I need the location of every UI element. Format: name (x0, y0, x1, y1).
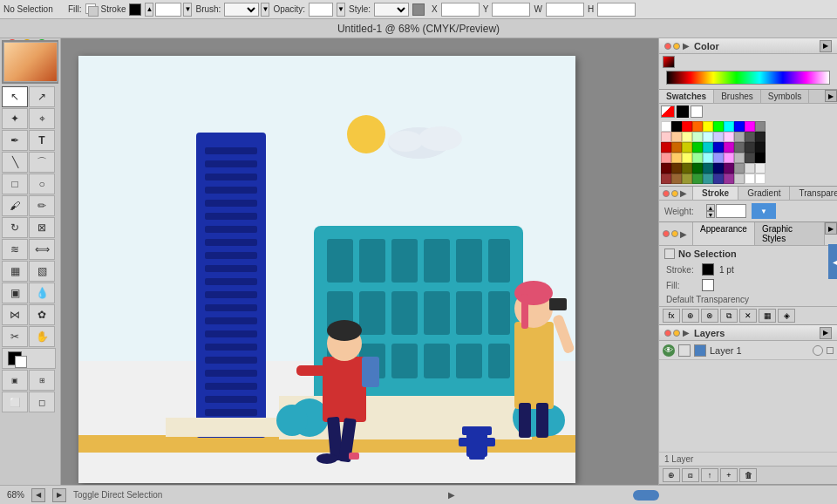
color-swatch[interactable] (713, 174, 724, 184)
color-swatch[interactable] (682, 153, 692, 163)
color-swatch[interactable] (682, 174, 692, 184)
delete-item-button[interactable]: ✕ (739, 309, 757, 323)
stroke-value[interactable]: 1 pt (155, 3, 181, 17)
delete-layer-button[interactable]: 🗑 (739, 468, 757, 482)
layer-1-visibility[interactable]: 👁 (663, 344, 675, 357)
stroke-panel-close[interactable] (663, 190, 670, 197)
layer-1-lock[interactable] (678, 344, 691, 357)
color-swatch[interactable] (734, 174, 745, 184)
appearance-panel-minimize[interactable] (671, 230, 678, 237)
stroke-indicator[interactable] (129, 3, 141, 16)
tab-gradient[interactable]: Gradient (738, 187, 790, 200)
layer-1-indicator[interactable] (827, 347, 834, 354)
color-swatch[interactable] (734, 132, 745, 142)
color-panel-arrow[interactable]: ▶ (683, 41, 690, 51)
color-swatch[interactable] (682, 121, 692, 132)
x-field[interactable]: 0 mm (441, 3, 480, 17)
color-swatch[interactable] (692, 121, 703, 132)
color-swatch[interactable] (703, 174, 713, 184)
none-swatch[interactable] (661, 106, 675, 118)
blend-tool[interactable]: ⋈ (2, 304, 28, 325)
tab-appearance[interactable]: Appearance (693, 222, 755, 245)
color-swatch[interactable] (661, 174, 671, 184)
weight-down-arrow[interactable]: ▼ (706, 211, 715, 218)
canvas-content[interactable] (78, 56, 575, 483)
color-swatch[interactable] (755, 132, 766, 142)
bar-graph-tool[interactable]: ▧ (29, 261, 55, 282)
magic-wand-tool[interactable]: ✦ (2, 108, 28, 129)
symbol-sprayer-tool[interactable]: ✿ (29, 304, 55, 325)
appearance-panel-menu[interactable]: ▶ (825, 222, 837, 235)
ellipse-tool[interactable]: ○ (29, 174, 55, 194)
color-swatch[interactable] (745, 142, 755, 153)
zoom-down-button[interactable]: ◀ (31, 488, 45, 502)
color-swatch[interactable] (703, 163, 713, 174)
layers-panel-menu[interactable]: ▶ (820, 327, 832, 339)
color-swatch[interactable] (682, 163, 692, 174)
color-swatch[interactable] (703, 132, 713, 142)
stroke-panel-arrow[interactable]: ▶ (680, 188, 687, 198)
fill-stroke-colors[interactable] (2, 348, 56, 369)
pen-tool[interactable]: ✒ (2, 130, 28, 151)
eyedropper-tool[interactable]: 💧 (29, 283, 55, 303)
w-field[interactable]: 0 mm (546, 3, 584, 17)
color-swatch[interactable] (671, 174, 682, 184)
color-swatch[interactable] (734, 163, 745, 174)
color-swatch[interactable] (713, 142, 724, 153)
scroll-indicator[interactable] (633, 490, 659, 501)
stroke-cap-dropdown[interactable]: ▼ (752, 203, 776, 219)
zoom-up-button[interactable]: ▶ (52, 488, 66, 502)
color-swatch[interactable] (661, 153, 671, 163)
create-new-layer-button[interactable]: + (720, 468, 738, 482)
add-stroke-button[interactable]: ⊕ (682, 309, 699, 323)
color-swatch[interactable] (661, 163, 671, 174)
color-swatch[interactable] (734, 153, 745, 163)
color-swatch[interactable] (724, 142, 734, 153)
color-swatch[interactable] (671, 121, 682, 132)
width-tool[interactable]: ⟺ (29, 239, 55, 260)
layer-1-target[interactable] (813, 345, 823, 356)
color-swatch[interactable] (682, 142, 692, 153)
layer-1-row[interactable]: 👁 Layer 1 (659, 341, 837, 360)
tab-brushes[interactable]: Brushes (714, 90, 761, 103)
gradient-tool[interactable]: ▣ (2, 283, 28, 303)
color-swatch[interactable] (755, 153, 766, 163)
add-fx-button[interactable]: fx (663, 309, 680, 323)
color-gradient-bar[interactable] (666, 71, 830, 85)
color-swatch[interactable] (671, 142, 682, 153)
weight-up-arrow[interactable]: ▲ (706, 204, 715, 211)
color-swatch[interactable] (692, 132, 703, 142)
color-swatch[interactable] (692, 153, 703, 163)
stroke-panel-minimize[interactable] (671, 190, 678, 197)
toggle-screen-1[interactable]: ⬜ (2, 392, 28, 412)
color-swatch[interactable] (734, 121, 745, 132)
tab-swatches[interactable]: Swatches (659, 90, 714, 103)
tab-symbols[interactable]: Symbols (761, 90, 809, 103)
color-swatch[interactable] (724, 163, 734, 174)
color-swatch[interactable] (682, 132, 692, 142)
color-swatch[interactable] (671, 132, 682, 142)
fill-indicator[interactable] (85, 3, 98, 16)
appearance-extra-1[interactable]: ▦ (759, 309, 776, 323)
color-swatch[interactable] (755, 121, 766, 132)
create-sublayer-button[interactable]: ⧈ (682, 468, 699, 482)
add-fill-button[interactable]: ⊗ (701, 309, 718, 323)
color-swatch[interactable] (713, 132, 724, 142)
color-swatch[interactable] (703, 142, 713, 153)
color-swatch[interactable] (692, 174, 703, 184)
color-panel-close[interactable] (664, 43, 671, 50)
color-swatch[interactable] (734, 142, 745, 153)
layers-panel-arrow[interactable]: ▶ (683, 328, 690, 337)
color-swatch[interactable] (724, 121, 734, 132)
color-swatch[interactable] (661, 142, 671, 153)
color-swatch[interactable] (661, 121, 671, 132)
appearance-panel-arrow[interactable]: ▶ (680, 229, 687, 239)
color-swatch[interactable] (713, 163, 724, 174)
paintbrush-tool[interactable]: 🖌 (2, 195, 28, 216)
appearance-extra-2[interactable]: ◈ (778, 309, 795, 323)
fill-color-box[interactable] (702, 279, 714, 291)
line-tool[interactable]: ╲ (2, 152, 28, 173)
opacity-value[interactable]: 100 (309, 3, 333, 17)
color-swatch[interactable] (713, 121, 724, 132)
color-swatch[interactable] (692, 163, 703, 174)
